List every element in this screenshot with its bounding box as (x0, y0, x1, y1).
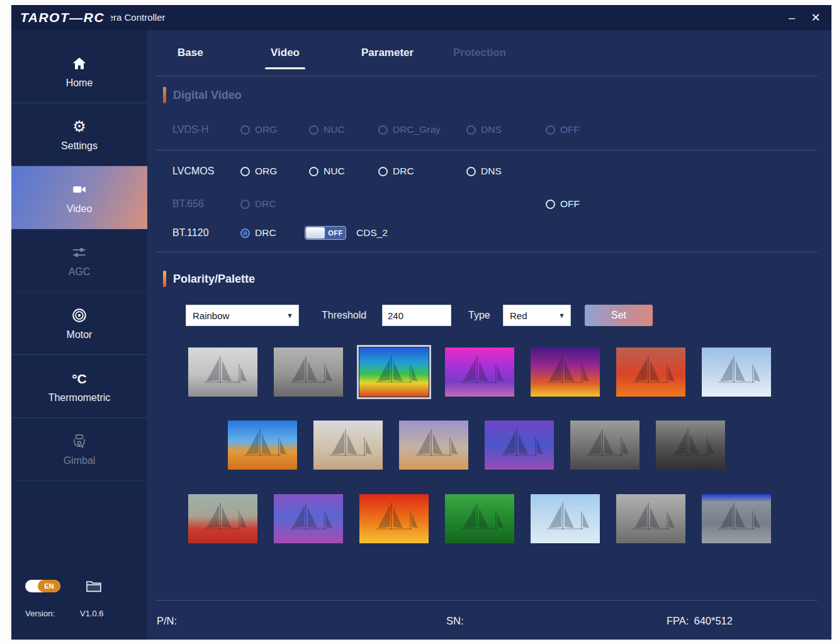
sidebar-footer-tools: EN (25, 579, 102, 593)
close-button[interactable]: ✕ (805, 5, 826, 30)
palette-controls-row: Rainbow ▼ Threshold Type Red ▼ Set (147, 305, 831, 326)
palette-thumb-ice-blue[interactable] (531, 494, 600, 543)
sidebar-item-label: Gimbal (64, 455, 96, 466)
sidebar-item-video[interactable]: Video (11, 166, 147, 229)
title-bar: Camera Controller TAROT—RC – ✕ (11, 5, 831, 30)
radio-icon (240, 167, 250, 176)
palette-thumb-plasma[interactable] (274, 494, 343, 543)
lvcmos-row: LVCMOS ORG NUC DRC DNS (147, 160, 831, 183)
lvdsh-off-radio: OFF (546, 118, 580, 141)
digital-video-heading: Digital Video (163, 87, 242, 103)
sidebar-item-agc[interactable]: AGC (11, 229, 147, 292)
palette-dropdown[interactable]: Rainbow ▼ (186, 305, 299, 326)
folder-icon[interactable] (86, 579, 102, 593)
sailboat-overlay (359, 494, 429, 543)
language-toggle-label: EN (38, 580, 60, 592)
sidebar-item-label: Home (66, 77, 93, 89)
type-dropdown[interactable]: Red ▼ (503, 305, 571, 326)
palette-thumb-violet[interactable] (485, 421, 554, 470)
bt656-off-radio[interactable]: OFF (546, 193, 580, 215)
lvdsh-org-radio: ORG (240, 118, 277, 141)
palette-thumb-fire[interactable] (359, 494, 429, 543)
polarity-heading: Polarity/Palette (163, 271, 255, 287)
radio-icon (546, 125, 555, 135)
sidebar-item-home[interactable]: Home (11, 40, 147, 103)
main-panel: Base Video Parameter Protection Digital … (147, 30, 831, 640)
minimize-button[interactable]: – (781, 5, 802, 30)
toggle-state-label: OFF (325, 229, 346, 237)
sailboat-overlay (274, 494, 343, 543)
divider (156, 150, 818, 150)
radio-icon (309, 125, 318, 135)
sidebar-item-gimbal[interactable]: Gimbal (11, 418, 147, 481)
sliders-icon (71, 243, 87, 262)
radio-label: DNS (481, 166, 502, 177)
bt656-drc-radio: DRC (240, 193, 276, 215)
sidebar-item-thermometric[interactable]: °C Thermometric (11, 355, 147, 418)
palette-thumb-storm[interactable] (702, 494, 771, 543)
palette-thumb-magenta[interactable] (445, 347, 514, 397)
tab-parameter[interactable]: Parameter (361, 30, 414, 75)
tarot-logo: TAROT—RC (20, 5, 111, 30)
lvcmos-nuc-radio[interactable]: NUC (309, 160, 345, 183)
gimbal-icon (71, 432, 87, 451)
palette-thumb-sky-orange[interactable] (228, 421, 297, 470)
lvdsh-row: LVDS-H ORG NUC DRC_Gray DNS OFF (147, 118, 831, 141)
palette-thumb-teal-red[interactable] (188, 494, 257, 543)
palette-thumb-red-hot[interactable] (616, 347, 685, 397)
lvcmos-dns-radio[interactable]: DNS (466, 160, 502, 183)
sidebar-item-label: Settings (61, 140, 98, 152)
lvcmos-drc-radio[interactable]: DRC (378, 160, 414, 183)
sidebar-item-settings[interactable]: ⚙ Settings (11, 103, 147, 166)
tab-video[interactable]: Video (271, 30, 300, 75)
palette-thumb-dark-gray[interactable] (570, 421, 639, 470)
sailboat-overlay (616, 494, 685, 543)
radio-label: DRC_Gray (393, 124, 441, 135)
palette-thumb-gray[interactable] (274, 347, 343, 397)
fpa-status: FPA: 640*512 (667, 609, 733, 632)
radio-icon (466, 167, 476, 176)
app-window: Camera Controller TAROT—RC – ✕ Home ⚙ Se… (11, 5, 831, 640)
chevron-down-icon: ▼ (558, 312, 565, 319)
palette-thumb-arctic[interactable] (702, 347, 771, 397)
type-dropdown-value: Red (510, 310, 527, 321)
sidebar-item-label: AGC (69, 266, 91, 278)
tab-protection: Protection (453, 30, 506, 75)
radio-label: DRC (393, 166, 414, 177)
palette-thumb-ironbow[interactable] (531, 347, 600, 397)
palette-thumb-rainbow[interactable] (359, 347, 429, 397)
sailboat-overlay (445, 347, 514, 397)
section-accent-bar (163, 271, 166, 287)
version-row: Version: V1.0.6 (25, 609, 104, 618)
palette-thumb-steel-gray[interactable] (616, 494, 685, 543)
bt1120-drc-radio[interactable]: DRC (240, 222, 276, 244)
palette-thumb-sepia-light[interactable] (313, 421, 383, 470)
set-button[interactable]: Set (585, 305, 653, 326)
bt656-label: BT.656 (172, 193, 204, 215)
sidebar-item-motor[interactable]: Motor (11, 292, 147, 355)
sailboat-overlay (702, 347, 771, 397)
palette-thumb-white-hot[interactable] (188, 347, 257, 397)
threshold-label: Threshold (322, 305, 366, 326)
lvcmos-label: LVCMOS (172, 160, 214, 183)
motor-rings-icon (71, 306, 87, 325)
cds2-toggle[interactable]: OFF (305, 226, 346, 240)
radio-label: DRC (255, 227, 276, 239)
lvcmos-org-radio[interactable]: ORG (240, 160, 277, 183)
radio-icon (309, 167, 318, 176)
language-toggle[interactable]: EN (25, 580, 60, 592)
lvdsh-nuc-radio: NUC (309, 118, 345, 141)
palette-thumb-night-gray[interactable] (656, 421, 725, 470)
radio-label: DRC (255, 198, 276, 210)
palette-thumb-lavender-tan[interactable] (399, 421, 468, 470)
gear-icon: ⚙ (72, 117, 86, 136)
threshold-input[interactable] (382, 305, 451, 326)
sailboat-overlay (531, 494, 600, 543)
divider (156, 76, 818, 76)
sn-label: SN: (446, 609, 464, 632)
version-value: V1.0.6 (80, 609, 104, 618)
divider (156, 600, 818, 601)
palette-thumb-green[interactable] (445, 494, 514, 543)
tab-base[interactable]: Base (177, 30, 203, 75)
celsius-icon: °C (72, 369, 87, 388)
